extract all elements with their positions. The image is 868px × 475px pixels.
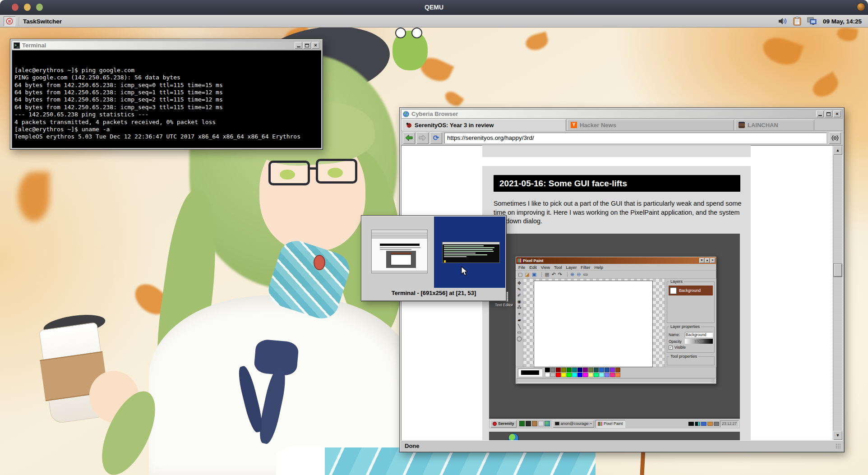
new-file-icon: ▢ — [518, 272, 522, 277]
task-switcher-item-terminal[interactable] — [434, 217, 506, 288]
pixelpaint-toolbar: ▢◪▣▦↶↷⊕⊖▭ — [516, 271, 716, 279]
quick-launch-icons — [519, 421, 550, 426]
forward-button[interactable] — [416, 132, 429, 144]
pixelpaint-palette-bar — [516, 367, 716, 378]
screenshot-clock: 23:12:27 — [720, 420, 739, 427]
thumbnail-cursor — [444, 260, 446, 263]
terminal-mini-icon — [555, 422, 559, 425]
fill-tool-icon: ◉ — [517, 299, 522, 304]
hair-tip-shape — [91, 383, 166, 475]
task-switcher-item-browser[interactable] — [362, 217, 434, 288]
audio-volume-icon[interactable] — [778, 17, 788, 25]
host-close-button[interactable] — [12, 4, 18, 11]
zoom-reset-icon: ▭ — [583, 272, 588, 277]
back-button[interactable] — [403, 132, 415, 144]
eye-shape — [328, 168, 343, 178]
tab-hacker-news[interactable]: Y Hacker News — [567, 120, 734, 130]
task-switcher-caption: Terminal - [691x256] at [21, 53] — [361, 290, 506, 296]
terminal-icon: >_ — [14, 42, 20, 49]
pixelpaint-window: Pixel Paint ▾ ▴ × FileEditViewToolLayerF… — [515, 256, 717, 384]
layer-name-row: Name: Background — [669, 332, 713, 337]
palette-swatch — [556, 368, 561, 372]
taskbar-tray: 09 May, 14:25 — [778, 17, 864, 26]
undo-icon: ↶ — [552, 272, 556, 277]
glasses-lens-shape — [268, 161, 310, 185]
scroll-up-button[interactable]: ▲ — [833, 146, 842, 155]
brush-tool-icon: ✐ — [517, 293, 521, 298]
opacity-slider: 100% — [685, 339, 713, 344]
taskbar-separator — [19, 17, 19, 26]
palette-swatch — [561, 373, 566, 377]
layer-properties-title: Layer properties — [669, 324, 701, 329]
leaf-shape — [759, 33, 804, 69]
terminal-output[interactable]: [alec@erythros ~]$ ping google.comPING g… — [12, 50, 321, 148]
tab-serenityos-year3[interactable]: SerenityOS: Year 3 in review — [402, 119, 566, 131]
forward-arrow-icon — [419, 134, 426, 141]
leaf-shape — [417, 53, 454, 85]
serenity-ladybug-icon — [493, 422, 497, 426]
hand-shape — [83, 365, 145, 429]
host-window-title: QEMU — [0, 4, 868, 11]
resize-grip[interactable] — [836, 443, 841, 449]
task-switcher-popup: Terminal - [691x256] at [21, 53] — [361, 215, 507, 301]
host-titlebar[interactable]: QEMU — [0, 0, 868, 15]
close-button[interactable]: × — [833, 111, 841, 117]
minimize-button: ▾ — [699, 258, 704, 263]
reload-button[interactable]: ⟳ — [430, 132, 442, 144]
network-icon[interactable] — [807, 17, 817, 26]
menu-filter: Filter — [581, 265, 590, 270]
terminal-titlebar[interactable]: >_ Terminal × — [12, 41, 321, 50]
minimize-button[interactable] — [816, 111, 824, 117]
tab-lainchan[interactable]: LAINCHAN — [735, 120, 814, 130]
menu-tool: Tool — [554, 265, 562, 270]
pixelpaint-side-panel: Layers Background Layer properties — [665, 279, 716, 367]
frog-shape — [392, 31, 428, 70]
maximize-button[interactable] — [825, 111, 832, 117]
console-quick-icon — [526, 421, 531, 426]
minimize-button[interactable] — [295, 42, 302, 49]
task-label: anon@courage:~ — [561, 421, 592, 426]
visible-checkbox: ✓ — [669, 346, 673, 350]
scroll-down-button[interactable]: ▼ — [833, 431, 842, 440]
url-input[interactable] — [447, 134, 824, 141]
host-maximize-button[interactable] — [36, 4, 43, 11]
clipboard-icon[interactable] — [793, 17, 801, 26]
browser-titlebar[interactable]: Cyberia Browser × — [401, 109, 843, 119]
scrollbar-thumb[interactable] — [833, 263, 842, 277]
ellipse-tool-icon: ◯ — [517, 336, 522, 341]
palette-swatch — [605, 373, 609, 377]
vertical-scrollbar[interactable]: ▲ ▼ — [833, 146, 842, 440]
terminal-thumbnail — [442, 242, 500, 263]
layer-thumbnail — [670, 287, 677, 294]
tray-icon — [701, 422, 706, 426]
layer-opacity-row: Opacity 100% — [669, 339, 713, 344]
browser-tabbar: SerenityOS: Year 3 in review Y Hacker Ne… — [401, 119, 843, 131]
palette-swatch — [588, 368, 593, 372]
leaf-shape — [809, 72, 842, 101]
tool-properties-groupbox: Tool properties — [667, 356, 715, 365]
coffee-cup-shape — [39, 322, 110, 424]
palette-swatch — [610, 368, 615, 372]
page-screenshot-image: Text Editor Pixel Paint ▾ ▴ × Fi — [489, 234, 740, 429]
palette-swatch — [615, 368, 620, 372]
serenity-start-button: Serenity — [490, 420, 517, 428]
terminal-line: 64 bytes from 142.250.65.238: icmp_seq=2… — [14, 96, 319, 103]
close-button: × — [710, 258, 715, 263]
task-label: Pixel Paint — [604, 421, 623, 426]
pixelpaint-title: Pixel Paint — [523, 258, 544, 263]
maximize-button[interactable] — [303, 42, 311, 49]
terminal-title: Terminal — [22, 42, 292, 49]
host-minimize-button[interactable] — [24, 4, 31, 11]
cuff-shape — [276, 446, 335, 475]
paste-icon: ▦ — [541, 272, 549, 277]
terminal-line: 64 bytes from 142.250.65.238: icmp_seq=1… — [14, 89, 319, 96]
close-button[interactable]: × — [312, 42, 319, 49]
taskbar-app-label: TaskSwitcher — [23, 18, 62, 25]
ribbon-tail-shape — [235, 365, 265, 434]
inspector-button[interactable] — [829, 132, 841, 144]
palette-swatch — [556, 373, 561, 377]
taskbar-clock[interactable]: 09 May, 14:25 — [823, 18, 862, 25]
taskswitcher-icon[interactable] — [4, 16, 15, 26]
browser-window-buttons: × — [816, 111, 841, 117]
palette-swatch — [583, 368, 588, 372]
